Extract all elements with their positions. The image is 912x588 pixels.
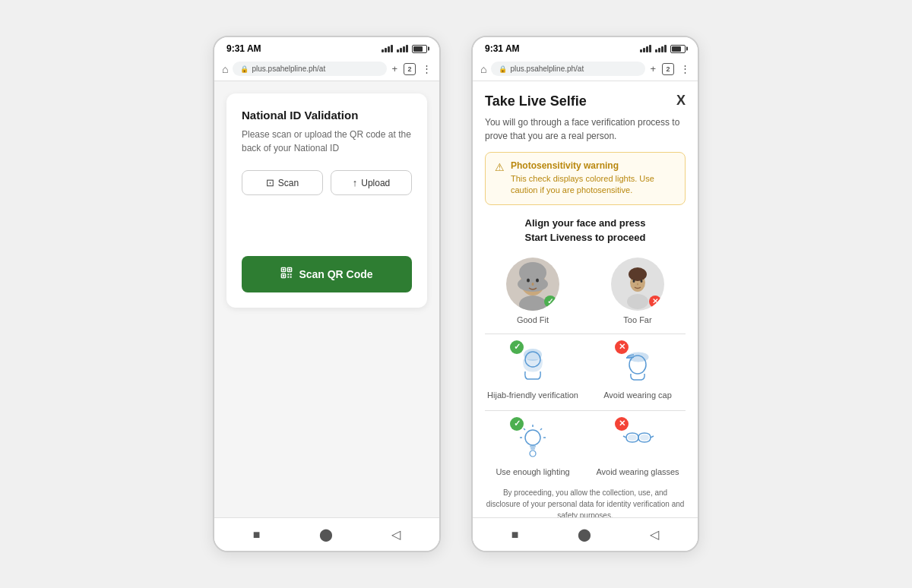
nav-circle-left[interactable]: ⬤ bbox=[319, 527, 333, 542]
lighting-item: ✓ bbox=[485, 417, 581, 476]
phone-right: 9:31 AM ⌂ 🔒 plus.psahelpline.ph/at bbox=[471, 36, 699, 552]
svg-point-15 bbox=[532, 283, 534, 286]
signal-icon-left bbox=[382, 45, 393, 52]
hijab-item: ✓ Hijab-friendly verification bbox=[485, 340, 581, 400]
selfie-title: Take Live Selfie bbox=[485, 93, 587, 109]
home-icon-right[interactable]: ⌂ bbox=[480, 63, 486, 75]
good-fit-label: Good Fit bbox=[517, 315, 549, 324]
svg-point-13 bbox=[527, 278, 530, 282]
hijab-status-icon: ✓ bbox=[510, 340, 524, 354]
phone-left: 9:31 AM ⌂ 🔒 plus.psahelpline.ph/at bbox=[213, 36, 441, 552]
warning-triangle-icon: ⚠ bbox=[495, 161, 505, 197]
cap-item: ✕ Avoid wearing cap bbox=[590, 340, 686, 400]
svg-point-24 bbox=[524, 349, 542, 361]
nav-back-right[interactable]: ◁ bbox=[650, 527, 659, 542]
svg-rect-3 bbox=[289, 269, 291, 271]
svg-line-31 bbox=[524, 428, 525, 430]
svg-rect-1 bbox=[283, 269, 285, 271]
battery-icon-right bbox=[670, 45, 686, 53]
svg-point-18 bbox=[629, 267, 647, 281]
glasses-status-icon: ✕ bbox=[615, 417, 629, 431]
cap-label: Avoid wearing cap bbox=[603, 390, 672, 400]
signal-icon-right bbox=[640, 45, 651, 52]
warning-box: ⚠ Photosensitivity warning This check di… bbox=[485, 152, 686, 205]
card-description: Please scan or upload the QR code at the… bbox=[242, 128, 412, 155]
signal-icon2-right bbox=[655, 45, 667, 52]
divider2 bbox=[485, 410, 686, 411]
scan-button[interactable]: ⊡ Scan bbox=[242, 170, 323, 195]
add-tab-icon-left[interactable]: + bbox=[391, 63, 397, 74]
disclaimer-text: By proceeding, you allow the collection,… bbox=[485, 487, 686, 517]
svg-point-16 bbox=[519, 296, 546, 311]
svg-point-20 bbox=[641, 280, 643, 283]
too-far-status: ✕ bbox=[649, 296, 661, 308]
warning-title: Photosensitivity warning bbox=[511, 160, 676, 171]
glasses-wrapper: ✕ bbox=[615, 417, 660, 463]
browser-actions-left: + 2 ⋮ bbox=[391, 63, 432, 75]
nav-square-right[interactable]: ■ bbox=[511, 528, 519, 542]
scan-label: Scan bbox=[278, 178, 299, 188]
cap-status-icon: ✕ bbox=[615, 340, 629, 354]
scan-qr-button[interactable]: Scan QR Code bbox=[242, 256, 412, 292]
too-far-item: ✕ Too Far bbox=[590, 258, 686, 324]
cap-wrapper: ✕ bbox=[615, 340, 660, 386]
lighting-wrapper: ✓ bbox=[510, 417, 556, 463]
validation-card: National ID Validation Please scan or up… bbox=[226, 93, 427, 308]
time-right: 9:31 AM bbox=[485, 43, 520, 54]
home-icon-left[interactable]: ⌂ bbox=[222, 63, 228, 75]
svg-rect-8 bbox=[288, 277, 290, 278]
svg-point-35 bbox=[530, 450, 536, 457]
menu-icon-left[interactable]: ⋮ bbox=[422, 63, 432, 74]
url-bar-left[interactable]: 🔒 plus.psahelpline.ph/at bbox=[233, 62, 387, 76]
url-text-left: plus.psahelpline.ph/at bbox=[252, 65, 325, 73]
browser-bar-right: ⌂ 🔒 plus.psahelpline.ph/at + 2 ⋮ bbox=[473, 57, 698, 81]
nav-circle-right[interactable]: ⬤ bbox=[578, 527, 591, 542]
tab-count-right[interactable]: 2 bbox=[662, 63, 674, 75]
tab-count-left[interactable]: 2 bbox=[404, 63, 416, 75]
svg-line-37 bbox=[623, 436, 626, 438]
too-far-label: Too Far bbox=[623, 315, 651, 324]
svg-rect-6 bbox=[288, 273, 290, 275]
action-buttons: ⊡ Scan ↑ Upload bbox=[242, 170, 412, 195]
nav-square-left[interactable]: ■ bbox=[253, 528, 261, 542]
menu-icon-right[interactable]: ⋮ bbox=[680, 63, 690, 74]
lock-icon-left: 🔒 bbox=[240, 65, 249, 73]
scan-qr-label: Scan QR Code bbox=[299, 268, 372, 280]
align-instruction: Align your face and press Start Liveness… bbox=[485, 216, 686, 245]
upload-button[interactable]: ↑ Upload bbox=[331, 170, 412, 195]
good-fit-item: ✓ Good Fit bbox=[485, 258, 581, 324]
icon-examples-row2: ✓ bbox=[485, 417, 686, 476]
face-examples: ✓ Good Fit bbox=[485, 258, 686, 324]
too-far-face: ✕ bbox=[611, 258, 664, 311]
align-text-line1: Align your face and press bbox=[525, 217, 646, 229]
signal-icon2-left bbox=[397, 45, 408, 52]
qr-icon bbox=[280, 267, 293, 282]
add-tab-icon-right[interactable]: + bbox=[650, 63, 656, 74]
bottom-nav-left: ■ ⬤ ◁ bbox=[214, 517, 439, 551]
upload-label: Upload bbox=[361, 178, 390, 188]
hijab-wrapper: ✓ bbox=[510, 340, 556, 386]
lighting-label: Use enough lighting bbox=[496, 467, 569, 476]
url-text-right: plus.psahelpline.ph/at bbox=[510, 65, 584, 73]
phone-content-left: National ID Validation Please scan or up… bbox=[214, 81, 439, 517]
nav-back-left[interactable]: ◁ bbox=[391, 527, 401, 542]
browser-actions-right: + 2 ⋮ bbox=[650, 63, 690, 75]
svg-point-22 bbox=[627, 294, 648, 309]
svg-point-14 bbox=[536, 278, 539, 282]
align-text-line2: Start Liveness to proceed bbox=[525, 232, 646, 243]
divider1 bbox=[485, 334, 686, 334]
svg-line-29 bbox=[540, 428, 542, 430]
svg-rect-9 bbox=[290, 277, 292, 278]
svg-rect-34 bbox=[530, 447, 535, 450]
svg-rect-5 bbox=[283, 275, 285, 277]
glasses-item: ✕ Avoid wearing gl bbox=[590, 417, 686, 476]
url-bar-right[interactable]: 🔒 plus.psahelpline.ph/at bbox=[491, 62, 645, 76]
bottom-nav-right: ■ ⬤ ◁ bbox=[473, 517, 698, 551]
lock-icon-right: 🔒 bbox=[499, 65, 507, 73]
svg-point-21 bbox=[637, 283, 638, 285]
battery-icon-left bbox=[412, 45, 427, 53]
hijab-label: Hijab-friendly verification bbox=[487, 390, 578, 400]
card-title: National ID Validation bbox=[242, 109, 412, 122]
svg-line-38 bbox=[651, 436, 654, 438]
close-button[interactable]: X bbox=[676, 93, 686, 107]
